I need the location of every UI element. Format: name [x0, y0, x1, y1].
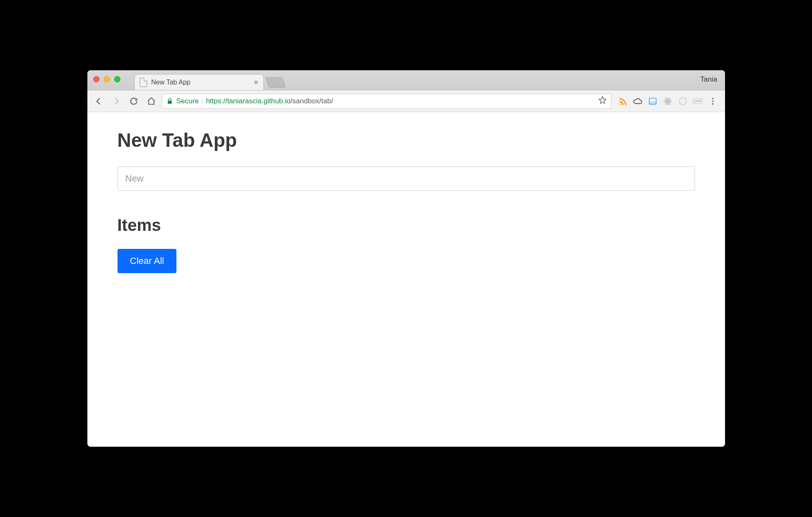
svg-point-6 — [679, 97, 686, 105]
circle-icon[interactable] — [677, 96, 688, 107]
svg-point-7 — [712, 97, 714, 99]
svg-point-8 — [712, 100, 714, 102]
secure-label: Secure — [176, 97, 199, 105]
menu-kebab-icon[interactable] — [707, 96, 718, 107]
tab-title: New Tab App — [151, 79, 191, 86]
browser-window: New Tab App × Tania Secure https://tania… — [87, 70, 725, 447]
forward-button[interactable] — [109, 94, 123, 108]
lock-icon — [166, 98, 173, 105]
url-host: https://taniarascia.github.io — [206, 97, 290, 105]
panel-icon[interactable] — [647, 96, 658, 107]
window-controls — [93, 76, 120, 82]
fullscreen-window-button[interactable] — [114, 76, 120, 82]
browser-tab[interactable]: New Tab App × — [134, 74, 264, 90]
cloud-icon[interactable] — [632, 96, 643, 107]
close-window-button[interactable] — [93, 76, 100, 82]
close-tab-icon[interactable]: × — [254, 79, 258, 86]
reload-button[interactable] — [127, 94, 141, 108]
clear-all-button[interactable]: Clear All — [117, 249, 177, 273]
bookmark-star-icon[interactable] — [598, 96, 607, 106]
back-button[interactable] — [92, 94, 106, 108]
extension-icons: Draft — [615, 96, 721, 107]
draft-icon[interactable]: Draft — [692, 96, 703, 107]
divider — [202, 97, 202, 105]
page-title: New Tab App — [117, 129, 695, 151]
atom-icon[interactable] — [662, 96, 673, 107]
svg-point-2 — [667, 100, 669, 102]
svg-rect-1 — [649, 102, 656, 104]
page-viewport: New Tab App Items Clear All — [87, 112, 725, 447]
address-bar[interactable]: Secure https://taniarascia.github.io/san… — [162, 94, 611, 109]
tab-strip: New Tab App × Tania — [87, 70, 725, 90]
items-heading: Items — [117, 216, 695, 235]
rss-icon[interactable] — [617, 96, 628, 107]
new-item-input[interactable] — [117, 166, 695, 191]
url-path: /sandbox/tab/ — [291, 97, 333, 105]
svg-point-9 — [712, 103, 714, 105]
page-icon — [140, 78, 147, 87]
new-tab-button[interactable] — [266, 77, 286, 87]
browser-toolbar: Secure https://taniarascia.github.io/san… — [87, 90, 725, 112]
minimize-window-button[interactable] — [104, 76, 110, 82]
url-text: https://taniarascia.github.io/sandbox/ta… — [206, 97, 333, 105]
home-button[interactable] — [144, 94, 158, 108]
profile-name[interactable]: Tania — [700, 75, 718, 84]
